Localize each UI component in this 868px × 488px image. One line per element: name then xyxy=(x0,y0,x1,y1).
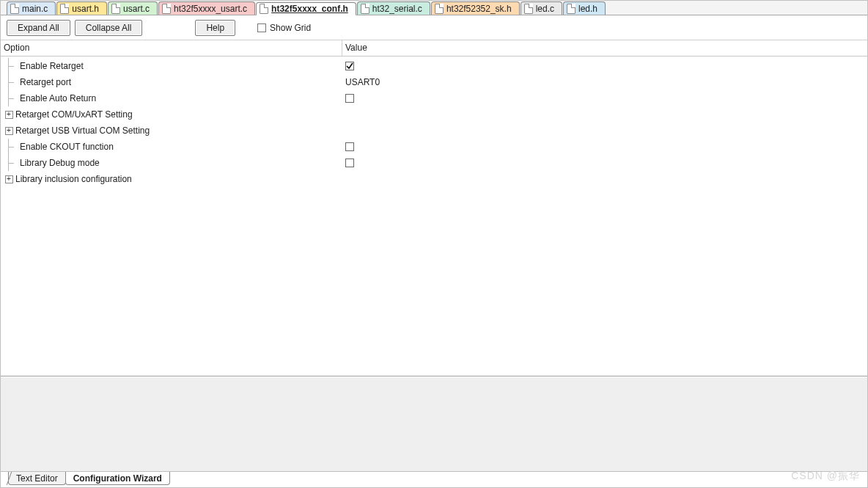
file-tab[interactable]: main.c xyxy=(7,1,56,15)
file-tab[interactable]: usart.h xyxy=(56,1,107,15)
file-tab-label: led.c xyxy=(536,4,554,14)
option-row[interactable]: +Retarget COM/UxART Setting xyxy=(1,106,867,123)
file-tab-label: ht32f52352_sk.h xyxy=(446,4,512,14)
option-label: Library inclusion configuration xyxy=(14,174,132,184)
option-row[interactable]: Retarget portUSART0 xyxy=(1,74,867,90)
file-icon xyxy=(162,4,171,14)
option-value-cell[interactable] xyxy=(342,94,867,103)
file-tab-label: ht32f5xxxx_conf.h xyxy=(271,4,348,14)
option-value-cell[interactable] xyxy=(342,159,867,167)
collapse-all-button[interactable]: Collapse All xyxy=(75,20,143,36)
option-label: Enable CKOUT function xyxy=(18,142,114,152)
expand-icon[interactable]: + xyxy=(5,111,13,119)
file-tab[interactable]: ht32f5xxxx_usart.c xyxy=(158,1,255,15)
file-tab[interactable]: led.h xyxy=(563,1,606,15)
file-icon xyxy=(60,4,69,14)
watermark-text: CSDN @振华 xyxy=(791,470,860,483)
option-value-cell[interactable]: USART0 xyxy=(342,77,867,87)
file-tab[interactable]: ht32f52352_sk.h xyxy=(431,1,520,15)
tab-configuration-wizard[interactable]: Configuration Wizard xyxy=(65,472,170,485)
config-grid: Option Value Enable RetargetRetarget por… xyxy=(1,40,867,376)
option-row[interactable]: +Retarget USB Virtual COM Setting xyxy=(1,123,867,139)
option-row[interactable]: +Library inclusion configuration xyxy=(1,171,867,187)
checkbox-icon[interactable] xyxy=(345,62,354,70)
option-row[interactable]: Enable CKOUT function xyxy=(1,139,867,155)
option-row[interactable]: Enable Retarget xyxy=(1,58,867,74)
option-label: Library Debug mode xyxy=(18,158,100,168)
option-row[interactable]: Library Debug mode xyxy=(1,155,867,171)
column-header-option[interactable]: Option xyxy=(1,40,342,56)
expand-icon[interactable]: + xyxy=(5,175,13,183)
file-icon xyxy=(260,4,268,14)
file-tab-label: led.h xyxy=(578,4,597,14)
option-label: Enable Auto Return xyxy=(18,93,96,103)
file-icon xyxy=(524,4,533,14)
option-label: Retarget port xyxy=(18,77,71,87)
file-tab-label: main.c xyxy=(22,4,48,14)
expand-all-button[interactable]: Expand All xyxy=(7,20,70,36)
file-icon xyxy=(435,4,444,14)
file-icon xyxy=(567,4,575,14)
file-tab[interactable]: led.c xyxy=(521,1,562,15)
tab-text-editor[interactable]: Text Editor xyxy=(8,472,66,485)
option-value-cell[interactable] xyxy=(342,62,867,70)
option-value-text: USART0 xyxy=(345,77,380,87)
file-tab[interactable]: usart.c xyxy=(108,1,158,15)
checkbox-icon[interactable] xyxy=(345,142,354,151)
file-tabbar: main.cusart.husart.cht32f5xxxx_usart.cht… xyxy=(1,1,867,15)
file-icon xyxy=(361,4,369,14)
column-header-value[interactable]: Value xyxy=(342,40,867,56)
file-tab-label: ht32f5xxxx_usart.c xyxy=(174,4,247,14)
option-label: Retarget USB Virtual COM Setting xyxy=(14,125,150,136)
checkbox-icon[interactable] xyxy=(345,94,354,103)
file-tab-label: usart.h xyxy=(72,4,99,14)
checkbox-icon xyxy=(257,23,266,32)
show-grid-label: Show Grid xyxy=(270,23,311,33)
file-tab-label: usart.c xyxy=(123,4,150,14)
file-tab[interactable]: ht32f5xxxx_conf.h xyxy=(256,2,356,15)
column-header-row: Option Value xyxy=(1,40,867,57)
help-button[interactable]: Help xyxy=(195,20,235,36)
help-panel xyxy=(1,376,867,471)
file-icon xyxy=(10,4,19,14)
editor-mode-tabs: Text Editor Configuration Wizard CSDN @振… xyxy=(1,471,867,487)
option-value-cell[interactable] xyxy=(342,142,867,151)
option-label: Retarget COM/UxART Setting xyxy=(14,109,133,120)
option-label: Enable Retarget xyxy=(18,61,84,71)
file-tab[interactable]: ht32_serial.c xyxy=(357,1,430,15)
file-tab-label: ht32_serial.c xyxy=(372,4,422,14)
config-toolbar: Expand All Collapse All Help Show Grid xyxy=(1,15,867,40)
option-row[interactable]: Enable Auto Return xyxy=(1,90,867,106)
show-grid-checkbox[interactable]: Show Grid xyxy=(257,23,311,33)
expand-icon[interactable]: + xyxy=(5,127,13,135)
file-icon xyxy=(111,4,120,14)
checkbox-icon[interactable] xyxy=(345,159,354,167)
